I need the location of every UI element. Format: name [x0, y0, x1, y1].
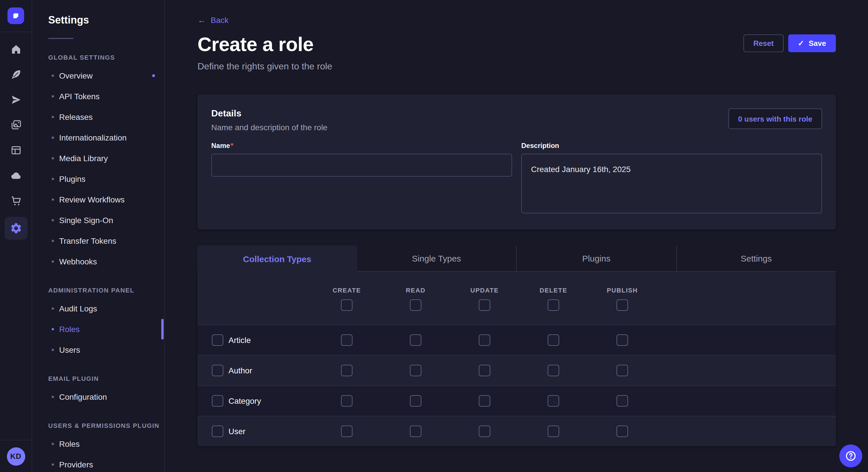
perm-row-label: Category [228, 396, 261, 405]
category-read-checkbox[interactable] [410, 395, 422, 407]
article-delete-checkbox[interactable] [548, 334, 559, 346]
gear-icon [9, 222, 22, 235]
rail-item-deploy[interactable] [7, 166, 25, 185]
rail-item-releases[interactable] [7, 91, 25, 109]
user-create-checkbox[interactable] [341, 426, 352, 437]
author-create-checkbox[interactable] [341, 365, 352, 376]
category-update-checkbox[interactable] [479, 395, 490, 407]
select-all-create-checkbox[interactable] [341, 299, 352, 311]
perm-column-publish: PUBLISH [588, 272, 657, 311]
permissions-section: Collection TypesSingle TypesPluginsSetti… [197, 245, 836, 446]
perm-column-read: READ [381, 272, 450, 311]
sidebar-item-internationalization[interactable]: Internationalization [32, 127, 164, 148]
article-publish-checkbox[interactable] [617, 334, 628, 346]
user-publish-checkbox[interactable] [617, 426, 628, 437]
sidebar-item-releases[interactable]: Releases [32, 107, 164, 127]
sidebar-item-overview[interactable]: Overview [32, 65, 164, 86]
perm-row-article: Article [197, 325, 836, 355]
nav-section-label: ADMINISTRATION PANEL [48, 287, 164, 294]
select-row-category-checkbox[interactable] [212, 395, 223, 407]
author-read-checkbox[interactable] [410, 365, 422, 376]
category-publish-checkbox[interactable] [617, 395, 628, 407]
subnav-sections: GLOBAL SETTINGSOverviewAPI TokensRelease… [32, 54, 164, 472]
sidebar-item-single-sign-on[interactable]: Single Sign-On [32, 210, 164, 231]
sidebar-item-label: Configuration [59, 392, 107, 401]
description-textarea[interactable] [521, 154, 822, 213]
avatar[interactable]: KD [7, 447, 25, 465]
author-publish-checkbox[interactable] [617, 365, 628, 376]
category-delete-checkbox[interactable] [548, 395, 559, 407]
article-read-checkbox[interactable] [410, 334, 422, 346]
sidebar-item-plugins[interactable]: Plugins [32, 169, 164, 189]
user-delete-checkbox[interactable] [548, 426, 559, 437]
check-icon: ✓ [798, 39, 804, 47]
sidebar-item-providers[interactable]: Providers [32, 454, 164, 472]
help-button[interactable] [839, 444, 862, 467]
save-button[interactable]: ✓ Save [788, 34, 836, 52]
perm-column-delete: DELETE [519, 272, 588, 311]
tab-single-types[interactable]: Single Types [357, 245, 517, 272]
sidebar-item-audit-logs[interactable]: Audit Logs [32, 298, 164, 319]
main-content: ← Back Create a role Define the rights g… [165, 0, 868, 472]
back-link[interactable]: ← Back [197, 15, 228, 24]
required-asterisk: * [230, 142, 233, 150]
page-header: Create a role Define the rights given to… [197, 33, 836, 72]
select-row-author-checkbox[interactable] [212, 365, 223, 376]
bullet-icon [52, 328, 54, 330]
notification-dot [152, 74, 155, 77]
sidebar-item-label: Review Workflows [59, 195, 125, 204]
tab-plugins[interactable]: Plugins [517, 245, 677, 272]
rail-icon-list [4, 40, 27, 240]
article-update-checkbox[interactable] [479, 334, 490, 346]
perm-column-create: CREATE [312, 272, 381, 311]
sidebar-item-label: Releases [59, 112, 93, 122]
bullet-icon [52, 443, 54, 445]
select-all-publish-checkbox[interactable] [617, 299, 628, 311]
rail-item-media-library[interactable] [7, 116, 25, 134]
sidebar-item-roles[interactable]: Roles [32, 319, 164, 339]
select-all-update-checkbox[interactable] [479, 299, 490, 311]
article-create-checkbox[interactable] [341, 334, 352, 346]
perm-column-label: UPDATE [470, 287, 499, 294]
rail-item-content-manager[interactable] [7, 65, 25, 84]
rail-item-content-type-builder[interactable] [7, 141, 25, 160]
select-all-read-checkbox[interactable] [410, 299, 422, 311]
sidebar-item-transfer-tokens[interactable]: Transfer Tokens [32, 231, 164, 251]
perm-row-user: User [197, 416, 836, 446]
bullet-icon [52, 240, 54, 242]
sidebar-item-roles[interactable]: Roles [32, 434, 164, 454]
sidebar-item-label: Roles [59, 325, 80, 334]
bullet-icon [52, 349, 54, 351]
sidebar-item-label: Roles [59, 439, 80, 448]
user-update-checkbox[interactable] [479, 426, 490, 437]
rail-item-settings[interactable] [4, 217, 27, 240]
sidebar-item-api-tokens[interactable]: API Tokens [32, 86, 164, 107]
sidebar-item-users[interactable]: Users [32, 339, 164, 360]
name-input[interactable] [211, 154, 512, 177]
author-delete-checkbox[interactable] [548, 365, 559, 376]
select-row-article-checkbox[interactable] [212, 334, 223, 346]
strapi-logo[interactable] [0, 0, 32, 32]
tab-collection-types[interactable]: Collection Types [197, 245, 357, 272]
select-all-delete-checkbox[interactable] [548, 299, 559, 311]
sidebar-item-webhooks[interactable]: Webhooks [32, 251, 164, 272]
sidebar-item-review-workflows[interactable]: Review Workflows [32, 189, 164, 210]
details-fields: Name* Description [211, 142, 822, 216]
layout-icon [10, 144, 22, 156]
select-row-user-checkbox[interactable] [212, 426, 223, 437]
rail-item-home[interactable] [7, 40, 25, 59]
sidebar-item-media-library[interactable]: Media Library [32, 148, 164, 169]
reset-button[interactable]: Reset [744, 34, 784, 52]
permissions-tabbar: Collection TypesSingle TypesPluginsSetti… [197, 245, 836, 272]
users-with-role-button[interactable]: 0 users with this role [728, 108, 822, 129]
tab-settings[interactable]: Settings [677, 245, 836, 272]
author-update-checkbox[interactable] [479, 365, 490, 376]
bullet-icon [52, 136, 54, 139]
sidebar-item-configuration[interactable]: Configuration [32, 386, 164, 407]
category-create-checkbox[interactable] [341, 395, 352, 407]
rail-item-marketplace[interactable] [7, 192, 25, 210]
user-read-checkbox[interactable] [410, 426, 422, 437]
active-indicator-bar [161, 319, 164, 339]
home-icon [10, 43, 22, 55]
bullet-icon [52, 116, 54, 118]
